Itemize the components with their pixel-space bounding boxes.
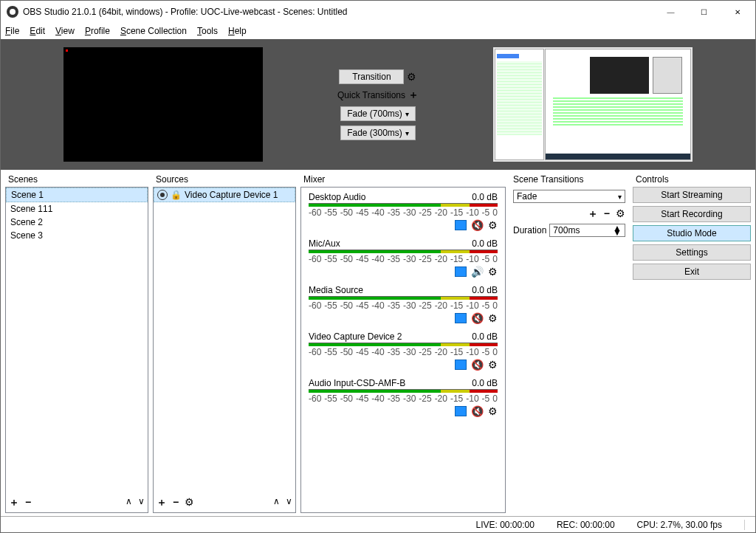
- meter-ticks: -60-55-50-45-40-35-30-25-20-15-10-50: [309, 393, 498, 404]
- volume-fader[interactable]: [455, 406, 467, 416]
- menu-profile[interactable]: Profile: [85, 26, 110, 36]
- mixer-channel-db: 0.0 dB: [472, 238, 498, 249]
- mixer-channel-db: 0.0 dB: [472, 331, 498, 342]
- scene-item[interactable]: Scene 111: [6, 202, 148, 216]
- mixer-panel: Mixer Desktop Audio0.0 dB-60-55-50-45-40…: [300, 173, 506, 513]
- status-rec: REC: 00:00:00: [557, 520, 615, 530]
- scene-item[interactable]: Scene 3: [6, 229, 148, 242]
- transitions-header: Scene Transitions: [510, 173, 628, 187]
- remove-scene-icon[interactable]: [25, 496, 31, 509]
- menu-tools[interactable]: Tools: [197, 26, 218, 36]
- add-scene-icon[interactable]: [9, 496, 19, 509]
- source-label: Video Capture Device 1: [185, 190, 278, 200]
- source-settings-icon[interactable]: [185, 496, 194, 509]
- mixer-channel: Audio Input-CSD-AMF-B0.0 dB-60-55-50-45-…: [301, 374, 505, 420]
- meter-ticks: -60-55-50-45-40-35-30-25-20-15-10-50: [309, 254, 498, 264]
- scenes-list[interactable]: Scene 1 Scene 111 Scene 2 Scene 3: [5, 187, 148, 513]
- remove-source-icon[interactable]: [173, 496, 179, 509]
- transition-settings-icon[interactable]: [407, 71, 416, 83]
- mixer-channel-name: Audio Input-CSD-AMF-B: [309, 378, 405, 388]
- source-item[interactable]: 🔒 Video Capture Device 1: [154, 188, 295, 202]
- scenes-toolbar: [6, 493, 148, 512]
- volume-fader[interactable]: [455, 266, 467, 277]
- volume-fader[interactable]: [455, 360, 467, 370]
- transition-properties-icon[interactable]: [616, 207, 625, 221]
- quick-transition-2[interactable]: Fade (300ms): [340, 125, 416, 140]
- scene-item[interactable]: Scene 2: [6, 216, 148, 229]
- move-source-up-icon[interactable]: [273, 496, 280, 509]
- add-source-icon[interactable]: [157, 496, 167, 509]
- audio-meter: [309, 204, 498, 207]
- mute-icon[interactable]: 🔇: [471, 312, 484, 324]
- remove-transition-icon[interactable]: [604, 207, 610, 221]
- mixer-settings-icon[interactable]: [488, 312, 498, 324]
- menu-edit[interactable]: Edit: [30, 26, 45, 36]
- quick-transitions-label: Quick Transitions: [337, 90, 405, 100]
- meter-ticks: -60-55-50-45-40-35-30-25-20-15-10-50: [309, 207, 498, 218]
- audio-meter: [309, 343, 498, 346]
- meter-ticks: -60-55-50-45-40-35-30-25-20-15-10-50: [309, 347, 498, 357]
- mute-icon[interactable]: 🔇: [471, 219, 484, 231]
- mixer-channel-name: Desktop Audio: [309, 192, 365, 202]
- mixer-settings-icon[interactable]: [488, 405, 498, 417]
- program-canvas[interactable]: [493, 47, 693, 162]
- mixer-header: Mixer: [300, 173, 506, 187]
- meter-ticks: -60-55-50-45-40-35-30-25-20-15-10-50: [309, 300, 498, 311]
- sources-panel: Sources 🔒 Video Capture Device 1: [153, 173, 296, 513]
- start-recording-button[interactable]: Start Recording: [633, 206, 751, 222]
- mixer-channel-name: Media Source: [309, 285, 363, 295]
- transition-select[interactable]: Fade: [513, 190, 625, 203]
- scene-item[interactable]: Scene 1: [6, 188, 148, 202]
- mixer-channel: Desktop Audio0.0 dB-60-55-50-45-40-35-30…: [301, 188, 505, 234]
- mixer-channel: Mic/Aux0.0 dB-60-55-50-45-40-35-30-25-20…: [301, 234, 505, 281]
- mixer-channel: Media Source0.0 dB-60-55-50-45-40-35-30-…: [301, 281, 505, 327]
- mixer-settings-icon[interactable]: [488, 359, 498, 371]
- exit-button[interactable]: Exit: [633, 264, 751, 280]
- mixer-channel-db: 0.0 dB: [472, 192, 498, 202]
- docked-panels: Scenes Scene 1 Scene 111 Scene 2 Scene 3…: [1, 170, 755, 516]
- studio-mode-button[interactable]: Studio Mode: [633, 225, 751, 241]
- chevron-down-icon: [405, 128, 409, 138]
- menu-help[interactable]: Help: [228, 26, 247, 36]
- mixer-settings-icon[interactable]: [488, 266, 498, 278]
- transition-controls: Transition Quick Transitions Fade (700ms…: [337, 69, 419, 140]
- sources-list[interactable]: 🔒 Video Capture Device 1: [153, 187, 296, 513]
- start-streaming-button[interactable]: Start Streaming: [633, 187, 751, 203]
- menu-scene-collection[interactable]: Scene Collection: [120, 26, 187, 36]
- minimize-button[interactable]: —: [654, 1, 687, 23]
- mute-icon[interactable]: 🔇: [471, 359, 484, 371]
- speaker-icon[interactable]: 🔊: [471, 266, 484, 278]
- audio-meter: [309, 297, 498, 300]
- chevron-down-icon: [618, 191, 622, 202]
- duration-input[interactable]: 700ms ▲▼: [549, 224, 625, 237]
- volume-fader[interactable]: [455, 220, 467, 230]
- close-button[interactable]: ✕: [721, 1, 754, 23]
- move-scene-down-icon[interactable]: [138, 496, 145, 509]
- lock-icon[interactable]: 🔒: [171, 190, 182, 200]
- status-live: LIVE: 00:00:00: [475, 520, 534, 530]
- menu-view[interactable]: View: [55, 26, 75, 36]
- maximize-button[interactable]: ☐: [687, 1, 721, 23]
- mixer-channel-db: 0.0 dB: [472, 378, 498, 388]
- menu-file[interactable]: File: [5, 26, 19, 36]
- menubar: File Edit View Profile Scene Collection …: [1, 23, 755, 39]
- mixer-channel-db: 0.0 dB: [472, 285, 498, 295]
- mixer-settings-icon[interactable]: [488, 219, 498, 231]
- move-scene-up-icon[interactable]: [126, 496, 132, 509]
- transitions-panel: Scene Transitions Fade Duration 700ms ▲▼: [510, 173, 628, 513]
- mute-icon[interactable]: 🔇: [471, 405, 484, 417]
- scenes-header: Scenes: [5, 173, 148, 187]
- preview-canvas[interactable]: [63, 47, 263, 162]
- settings-button[interactable]: Settings: [633, 244, 751, 261]
- move-source-down-icon[interactable]: [286, 496, 292, 509]
- mixer-list: Desktop Audio0.0 dB-60-55-50-45-40-35-30…: [300, 187, 506, 513]
- audio-meter: [309, 250, 498, 253]
- volume-fader[interactable]: [455, 313, 467, 323]
- add-quick-transition-icon[interactable]: [408, 89, 419, 102]
- quick-transition-1[interactable]: Fade (700ms): [340, 106, 416, 121]
- transition-button[interactable]: Transition: [339, 69, 404, 84]
- duration-spinner-icon[interactable]: ▲▼: [613, 226, 622, 235]
- add-transition-icon[interactable]: [588, 207, 598, 221]
- duration-label: Duration: [513, 225, 546, 235]
- visibility-icon[interactable]: [157, 190, 168, 200]
